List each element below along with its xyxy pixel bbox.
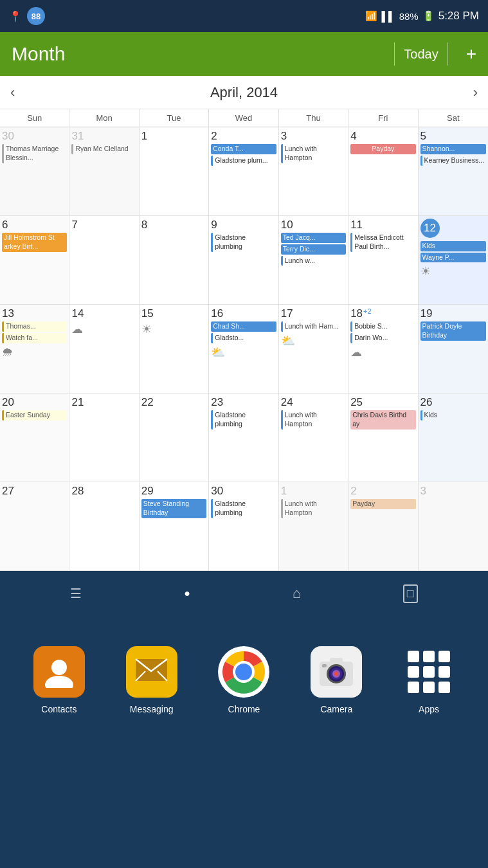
event[interactable]: Watch fa... xyxy=(2,333,67,343)
day-cell-1-may[interactable]: 1 Lunch with Hampton xyxy=(279,482,348,571)
event[interactable]: Kearney Business... xyxy=(420,156,486,166)
event[interactable]: Shannon... xyxy=(420,144,486,154)
day-cell-11[interactable]: 11 Melissa Endicott Paul Birth... xyxy=(348,216,418,305)
chrome-label: Chrome xyxy=(228,704,260,714)
header-divider2 xyxy=(447,42,448,66)
event[interactable]: Lunch with Hampton xyxy=(281,410,346,429)
event[interactable]: Lunch with Ham... xyxy=(281,321,346,332)
event[interactable]: Ryan Mc Clelland xyxy=(71,144,136,154)
dock-item-messaging[interactable]: Messaging xyxy=(126,646,177,714)
day-number: 3 xyxy=(420,485,486,498)
day-cell-23[interactable]: 23 Gladstone plumbing xyxy=(209,393,278,482)
day-cell-18[interactable]: 18 +2 Bobbie S... Darin Wo... ☁ xyxy=(348,305,418,393)
event[interactable]: Lunch with Hampton xyxy=(281,144,346,163)
event[interactable]: Ted Jacq... xyxy=(281,233,346,243)
day-cell-19[interactable]: 19 Patrick Doyle Birthday xyxy=(419,305,488,393)
day-number: 19 xyxy=(420,307,486,320)
day-cell-27[interactable]: 27 xyxy=(0,482,69,571)
day-number: 28 xyxy=(71,485,136,498)
day-cell-9[interactable]: 9 Gladstone plumbing xyxy=(209,216,278,305)
event[interactable]: Payday xyxy=(350,144,415,154)
weather-icon: ☀ xyxy=(141,322,206,336)
event[interactable]: Gladstone plumbing xyxy=(211,410,276,429)
day-number: 9 xyxy=(211,219,276,231)
battery-icon: 🔋 xyxy=(422,10,435,22)
event[interactable]: Chad Sh... xyxy=(211,321,276,332)
overflow-badge: +2 xyxy=(363,307,372,315)
event[interactable]: Gladstone plumbing xyxy=(211,233,276,251)
day-cell-15[interactable]: 15 ☀ xyxy=(140,305,209,393)
event[interactable]: Gladstone plum... xyxy=(211,156,276,166)
day-cell-28[interactable]: 28 xyxy=(69,482,139,571)
chrome-icon xyxy=(218,646,269,698)
day-cell-6[interactable]: 6 Jill Holmstrom St arkey Birt... xyxy=(0,216,69,305)
day-number: 3 xyxy=(281,130,346,143)
apps-dot xyxy=(438,651,450,662)
back-icon[interactable]: □ xyxy=(403,584,418,603)
event[interactable]: Conda T... xyxy=(211,144,276,154)
day-cell-30[interactable]: 30 Gladstone plumbing xyxy=(209,482,278,571)
event[interactable]: Chris Davis Birthd ay xyxy=(350,410,415,429)
day-cell-2[interactable]: 2 Conda T... Gladstone plum... xyxy=(209,127,278,216)
day-cell-13[interactable]: 13 Thomas... Watch fa... 🌧 xyxy=(0,305,69,393)
event[interactable]: Gladsto... xyxy=(211,333,276,343)
event[interactable]: Thomas Marriage Blessin... xyxy=(2,144,67,163)
day-cell-17[interactable]: 17 Lunch with Ham... ⛅ xyxy=(279,305,348,393)
day-cell-16[interactable]: 16 Chad Sh... Gladsto... ⛅ xyxy=(209,305,278,393)
dock-item-apps[interactable]: Apps xyxy=(403,646,455,714)
day-cell-25[interactable]: 25 Chris Davis Birthd ay xyxy=(348,393,418,482)
event[interactable]: Thomas... xyxy=(2,321,67,332)
apps-icon xyxy=(403,646,455,698)
day-cell-14[interactable]: 14 ☁ xyxy=(69,305,139,393)
event[interactable]: Darin Wo... xyxy=(350,333,415,343)
day-cell-26[interactable]: 26 Kids xyxy=(419,393,488,482)
next-month-button[interactable]: › xyxy=(473,84,478,101)
today-button[interactable]: Today xyxy=(404,47,438,62)
home-icon[interactable]: ⌂ xyxy=(293,585,301,602)
weather-icon: ⛅ xyxy=(281,334,346,348)
event[interactable]: Steve Standing Birthday xyxy=(141,499,206,518)
day-cell-10[interactable]: 10 Ted Jacq... Terry Dic... Lunch w... xyxy=(279,216,348,305)
day-cell-21[interactable]: 21 xyxy=(69,393,139,482)
event[interactable]: Easter Sunday xyxy=(2,410,67,420)
day-cell-1[interactable]: 1 xyxy=(140,127,209,216)
day-cell-24[interactable]: 24 Lunch with Hampton xyxy=(279,393,348,482)
day-cell-22[interactable]: 22 xyxy=(140,393,209,482)
day-cell-3[interactable]: 3 Lunch with Hampton xyxy=(279,127,348,216)
day-cell-31-mar[interactable]: 31 Ryan Mc Clelland xyxy=(69,127,139,216)
day-cell-2-may[interactable]: 2 Payday xyxy=(348,482,418,571)
menu-icon[interactable]: ☰ xyxy=(70,586,82,601)
event[interactable]: Terry Dic... xyxy=(281,244,346,255)
event[interactable]: Payday xyxy=(350,499,415,509)
event[interactable]: Lunch with Hampton xyxy=(281,499,346,518)
event[interactable]: Kids xyxy=(420,241,486,251)
day-cell-3-may[interactable]: 3 xyxy=(419,482,488,571)
day-cell-29[interactable]: 29 Steve Standing Birthday xyxy=(140,482,209,571)
day-cell-7[interactable]: 7 xyxy=(69,216,139,305)
event[interactable]: Patrick Doyle Birthday xyxy=(420,321,486,340)
event[interactable]: Wayne P... xyxy=(420,253,486,263)
day-cell-5[interactable]: 5 Shannon... Kearney Business... xyxy=(419,127,488,216)
event[interactable]: Gladstone plumbing xyxy=(211,499,276,518)
day-cell-12[interactable]: 12 Kids Wayne P... ☀ xyxy=(419,216,488,305)
svg-point-0 xyxy=(51,660,67,675)
day-number: 2 xyxy=(211,130,276,143)
event[interactable]: Lunch w... xyxy=(281,256,346,266)
dock-item-chrome[interactable]: Chrome xyxy=(218,646,269,714)
event[interactable]: Jill Holmstrom St arkey Birt... xyxy=(2,233,67,251)
weather-icon: ☁ xyxy=(350,345,415,359)
day-number: 2 xyxy=(350,485,415,498)
home-dot-icon[interactable]: ● xyxy=(184,588,190,599)
event[interactable]: Bobbie S... xyxy=(350,321,415,332)
add-event-button[interactable]: + xyxy=(466,44,476,64)
dock-item-contacts[interactable]: Contacts xyxy=(33,646,85,714)
battery-text: 88% xyxy=(399,11,419,22)
prev-month-button[interactable]: ‹ xyxy=(10,84,15,101)
day-cell-4[interactable]: 4 Payday xyxy=(348,127,418,216)
event[interactable]: Melissa Endicott Paul Birth... xyxy=(350,233,415,251)
day-cell-20[interactable]: 20 Easter Sunday xyxy=(0,393,69,482)
day-cell-8[interactable]: 8 xyxy=(140,216,209,305)
event[interactable]: Kids xyxy=(420,410,486,420)
day-cell-30-mar[interactable]: 30 Thomas Marriage Blessin... xyxy=(0,127,69,216)
dock-item-camera[interactable]: Camera xyxy=(311,646,362,714)
